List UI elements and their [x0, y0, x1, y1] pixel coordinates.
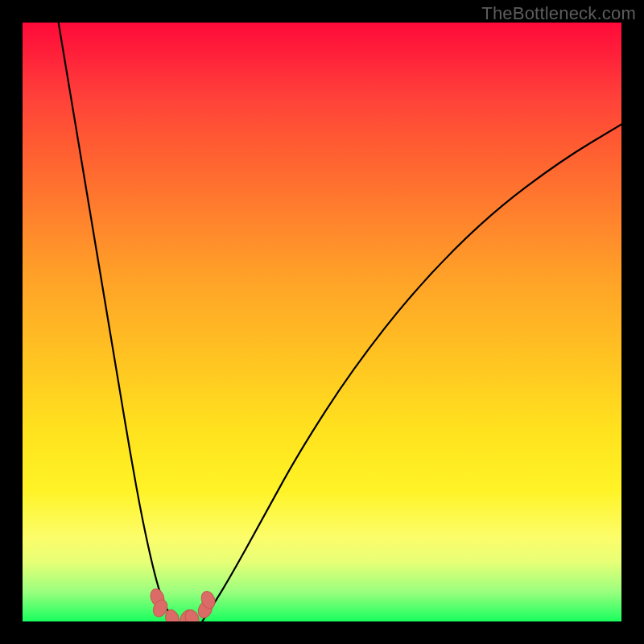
right-curve [202, 124, 621, 621]
left-curve [59, 23, 175, 621]
knot-group [148, 587, 217, 621]
chart-frame: TheBottleneck.com [0, 0, 644, 644]
plot-area [23, 23, 621, 621]
watermark-label: TheBottleneck.com [481, 3, 636, 24]
curve-layer [23, 23, 621, 621]
